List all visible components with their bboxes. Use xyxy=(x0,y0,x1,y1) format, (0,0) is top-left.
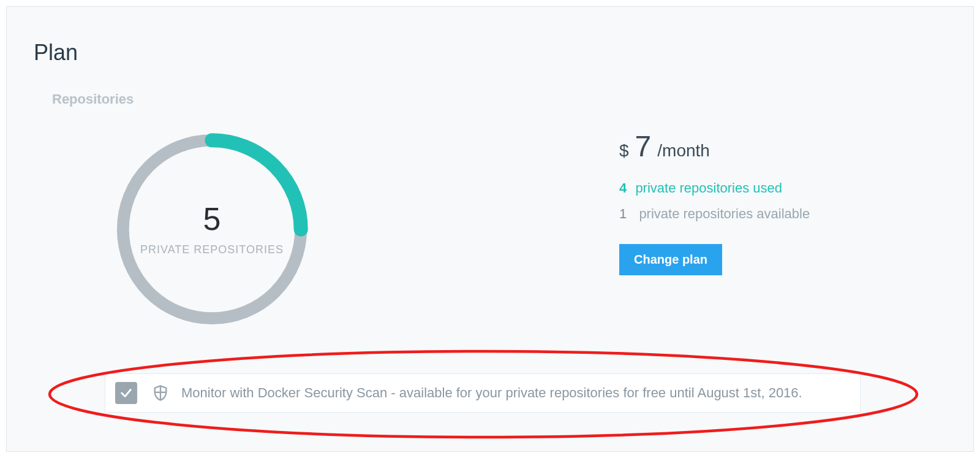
repos-available-count: 1 xyxy=(619,206,627,221)
repos-available-label: private repositories available xyxy=(639,206,810,221)
plan-stats-block: $ 7 /month 4 private repositories used 1… xyxy=(619,129,913,275)
price-currency: $ xyxy=(619,141,629,161)
repos-available-line: 1 private repositories available xyxy=(619,206,913,222)
security-scan-bar: Monitor with Docker Security Scan - avai… xyxy=(105,373,861,413)
security-scan-message: Monitor with Docker Security Scan - avai… xyxy=(181,385,802,401)
price-period: /month xyxy=(657,141,710,161)
security-scan-checkbox[interactable] xyxy=(115,382,137,404)
plan-panel: Plan Repositories 5 PRIVATE REPOSITORIES… xyxy=(6,6,974,452)
page-title: Plan xyxy=(34,40,78,66)
repos-used-label: private repositories used xyxy=(635,180,782,196)
price-amount: 7 xyxy=(635,129,652,163)
change-plan-button[interactable]: Change plan xyxy=(619,244,722,275)
section-label-repositories: Repositories xyxy=(52,91,134,107)
repo-usage-donut: 5 PRIVATE REPOSITORIES xyxy=(111,128,313,330)
repos-used-count: 4 xyxy=(619,180,627,196)
shield-icon xyxy=(152,384,169,402)
repos-used-line: 4 private repositories used xyxy=(619,180,913,196)
check-icon xyxy=(119,386,133,400)
price-line: $ 7 /month xyxy=(619,129,913,163)
